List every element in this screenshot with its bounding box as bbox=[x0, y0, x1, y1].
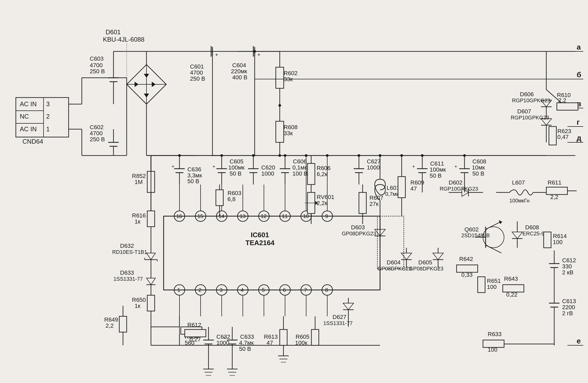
r605-v: 100к bbox=[295, 340, 307, 346]
pin3-num: 3 bbox=[46, 100, 50, 108]
c612-v1: 330 bbox=[562, 263, 572, 270]
r852-v: 1М bbox=[135, 179, 143, 185]
pin8-ic: 8 bbox=[325, 287, 328, 293]
pin11-ic: 11 bbox=[282, 213, 288, 219]
d627-id: D627 bbox=[333, 314, 347, 320]
r614-v: 100 bbox=[553, 239, 563, 245]
rv601-id: RV601 bbox=[317, 194, 334, 200]
pin12-ic: 12 bbox=[261, 213, 267, 219]
svg-rect-215 bbox=[544, 232, 551, 248]
r649-v: 2,2 bbox=[106, 322, 114, 329]
r616-v: 1к bbox=[135, 218, 140, 225]
pin9-ic: 9 bbox=[325, 213, 328, 219]
c611-id: C611 bbox=[430, 160, 444, 167]
c605-id: C605 bbox=[230, 158, 244, 165]
pin15-ic: 15 bbox=[197, 213, 203, 219]
ic601-v: TEA2164 bbox=[245, 239, 274, 247]
svg-rect-73 bbox=[557, 103, 578, 110]
c620-v: 1000 bbox=[261, 170, 274, 177]
d604-id: D604 bbox=[387, 259, 401, 266]
svg-rect-0 bbox=[0, 0, 588, 383]
d605-id: D605 bbox=[418, 259, 432, 266]
c608-v2: 50 В bbox=[472, 170, 484, 177]
r614-id: R614 bbox=[553, 233, 567, 239]
svg-point-264 bbox=[284, 154, 286, 157]
c605-plus: + bbox=[212, 164, 215, 169]
r606-id: R606 bbox=[317, 165, 331, 171]
r612-v: 0,27 bbox=[189, 336, 201, 343]
l607-id: L607 bbox=[512, 179, 525, 186]
r610-v: 2,2 bbox=[558, 97, 566, 104]
r611-v: 2,2 bbox=[550, 194, 558, 200]
r603-v: 6,8 bbox=[227, 196, 236, 202]
c627-id: C627 bbox=[367, 158, 381, 165]
q602-id: Q602 bbox=[464, 226, 479, 233]
r616-id: R616 bbox=[132, 212, 146, 219]
svg-rect-231 bbox=[185, 329, 206, 337]
d608-id: D608 bbox=[525, 224, 539, 231]
c612-v2: 2 кВ bbox=[562, 269, 573, 276]
pin1-ic: 1 bbox=[177, 287, 180, 293]
svg-rect-212 bbox=[457, 265, 478, 272]
connector-label: CND64 bbox=[22, 138, 43, 145]
d632-v: RD10ES-T1B1 bbox=[112, 249, 147, 255]
r606-v: 6,2к bbox=[317, 171, 328, 177]
d632-id: D632 bbox=[120, 243, 134, 249]
d607-id: D607 bbox=[517, 108, 531, 115]
r607-id: R607 bbox=[369, 195, 383, 201]
svg-rect-242 bbox=[311, 329, 319, 345]
c602-v2: 250 В bbox=[90, 136, 105, 143]
pin16-ic: 16 bbox=[176, 213, 182, 219]
c601-v1: 4700 bbox=[190, 69, 203, 76]
q602-v: 2SD1548LB bbox=[461, 232, 490, 238]
pin2-num: 2 bbox=[46, 113, 50, 120]
c613-id: C613 bbox=[562, 298, 576, 304]
c620-id: C620 bbox=[261, 164, 275, 171]
c604-v1: 220мк bbox=[231, 68, 247, 75]
c636-plus: + bbox=[172, 164, 174, 169]
r650-id: R650 bbox=[132, 297, 146, 303]
r611-id: R611 bbox=[548, 179, 562, 186]
c605-v2: 50 В bbox=[230, 170, 241, 177]
r651-v: 100 bbox=[487, 284, 497, 290]
svg-point-282 bbox=[253, 50, 256, 53]
c606-v1: 0,1мк bbox=[292, 164, 307, 171]
r651-id: R651 bbox=[487, 278, 501, 284]
svg-rect-150 bbox=[147, 295, 155, 311]
c627-v: 1000 bbox=[367, 164, 380, 171]
c608-v1: 10мк bbox=[472, 164, 485, 171]
svg-rect-240 bbox=[280, 329, 287, 345]
c604-id: C604 bbox=[232, 62, 246, 69]
c633-plus: + bbox=[223, 335, 226, 341]
r608-v: 33к bbox=[284, 130, 293, 137]
pin5-ic: 5 bbox=[262, 287, 265, 293]
svg-rect-158 bbox=[216, 190, 223, 206]
svg-point-261 bbox=[278, 154, 281, 157]
svg-point-274 bbox=[326, 154, 329, 157]
c604-plus: + bbox=[257, 52, 260, 58]
svg-rect-164 bbox=[398, 177, 405, 198]
r607-v: 27к bbox=[369, 201, 378, 207]
c608-plus: + bbox=[454, 164, 457, 169]
r642-v: 0,33 bbox=[461, 272, 473, 278]
svg-rect-188 bbox=[546, 187, 567, 195]
r643-v: 0,22 bbox=[506, 291, 518, 298]
d603-v: GP08DPKG23 bbox=[342, 231, 376, 236]
svg-rect-78 bbox=[549, 127, 556, 145]
r605-id: R605 bbox=[296, 333, 310, 340]
c605-v1: 100мк bbox=[228, 164, 245, 171]
c612-id: C612 bbox=[562, 257, 576, 264]
pin2-ic: 2 bbox=[198, 287, 201, 293]
c603-v1: 4700 bbox=[90, 62, 103, 69]
net-b: б bbox=[577, 71, 581, 79]
svg-point-276 bbox=[305, 154, 307, 157]
d606-id: D606 bbox=[520, 91, 534, 98]
svg-rect-179 bbox=[359, 192, 366, 214]
pin10-ic: 10 bbox=[303, 213, 309, 219]
c601-v2: 250 В bbox=[190, 75, 205, 82]
pin3-label: AC IN bbox=[20, 100, 37, 108]
c633-v2: 50 В bbox=[239, 346, 251, 352]
schematic-diagram: AC IN NC AC IN 3 2 1 CND64 bbox=[0, 0, 588, 383]
pin1-num: 1 bbox=[46, 125, 50, 133]
c608-id: C608 bbox=[472, 158, 486, 165]
